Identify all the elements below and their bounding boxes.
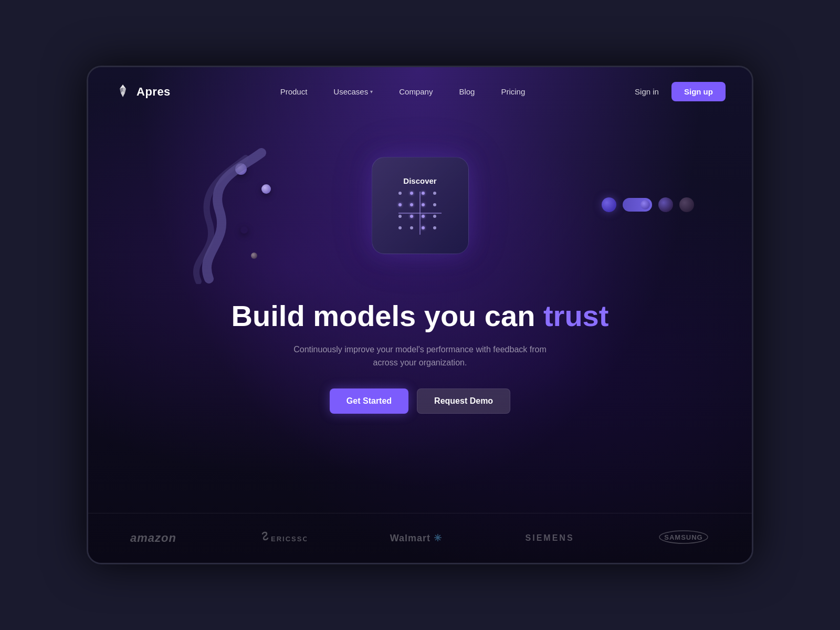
nav-link-product[interactable]: Product	[280, 87, 308, 96]
side-button-right-bottom	[752, 156, 753, 172]
grid-dot	[410, 203, 413, 206]
side-button-right-top	[752, 130, 753, 146]
brand-logo-samsung: SAMSUNG	[657, 529, 710, 547]
discover-card: Discover	[372, 157, 469, 254]
grid-dot	[422, 226, 425, 229]
grid-dot	[433, 215, 436, 218]
nav-link-pricing[interactable]: Pricing	[501, 87, 525, 96]
decorative-ribbon	[177, 148, 282, 284]
grid-dot	[433, 192, 436, 195]
grid-dot	[410, 215, 413, 218]
headline-main: Build models you can	[232, 299, 543, 332]
brand-logo-ericsson: ERICSSON	[259, 530, 307, 547]
chevron-down-icon: ▾	[370, 89, 373, 94]
indicator-dot-gray	[679, 197, 694, 212]
get-started-button[interactable]: Get Started	[330, 388, 408, 414]
navbar: Apres Product Usecases ▾ Company Blog Pr…	[88, 67, 752, 116]
grid-dot	[398, 226, 402, 229]
logo[interactable]: Apres	[114, 83, 171, 100]
brand-logo-siemens: SIEMENS	[526, 533, 574, 543]
device-frame: Apres Product Usecases ▾ Company Blog Pr…	[87, 66, 753, 564]
dot-grid	[398, 192, 442, 235]
grid-dot	[422, 203, 425, 206]
logos-section: amazon ERICSSON Walmart ✳ SIEMENS SAMSUN…	[88, 513, 752, 563]
sign-in-link[interactable]: Sign in	[635, 87, 659, 96]
nav-link-usecases[interactable]: Usecases ▾	[333, 87, 373, 96]
grid-dot	[410, 192, 413, 195]
hero-visual: Discover	[88, 121, 752, 289]
svg-text:SAMSUNG: SAMSUNG	[664, 533, 702, 541]
nav-actions: Sign in Sign up	[635, 82, 726, 101]
nav-links: Product Usecases ▾ Company Blog Pricing	[280, 87, 526, 96]
grid-dot	[433, 226, 436, 229]
grid-dot	[398, 215, 402, 218]
request-demo-button[interactable]: Request Demo	[417, 388, 510, 414]
cta-group: Get Started Request Demo	[88, 388, 752, 414]
indicator-pill	[623, 198, 652, 212]
grid-dot	[398, 192, 402, 195]
grid-dot	[422, 192, 425, 195]
brand-logo-amazon: amazon	[130, 531, 176, 545]
svg-text:ERICSSON: ERICSSON	[271, 535, 307, 543]
discover-label: Discover	[403, 176, 436, 185]
indicators	[602, 197, 694, 212]
indicator-dot-active	[602, 197, 616, 212]
hero-subheadline: Continuously improve your model's perfor…	[284, 343, 556, 370]
hero-headline: Build models you can trust	[88, 300, 752, 332]
sign-up-button[interactable]: Sign up	[671, 82, 726, 101]
brand-logo-walmart: Walmart ✳	[390, 532, 442, 544]
grid-dot	[398, 203, 402, 206]
nav-link-blog[interactable]: Blog	[459, 87, 475, 96]
page-content: Apres Product Usecases ▾ Company Blog Pr…	[88, 67, 752, 563]
logo-text: Apres	[136, 85, 171, 99]
nav-link-company[interactable]: Company	[399, 87, 433, 96]
grid-dot	[410, 226, 413, 229]
side-button-left	[87, 151, 88, 172]
hero-text-section: Build models you can trust Continuously …	[88, 289, 752, 429]
headline-accent: trust	[543, 299, 608, 332]
logo-icon	[114, 83, 131, 100]
indicator-dot-dark	[658, 197, 673, 212]
grid-dot	[422, 215, 425, 218]
grid-dot	[433, 203, 436, 206]
